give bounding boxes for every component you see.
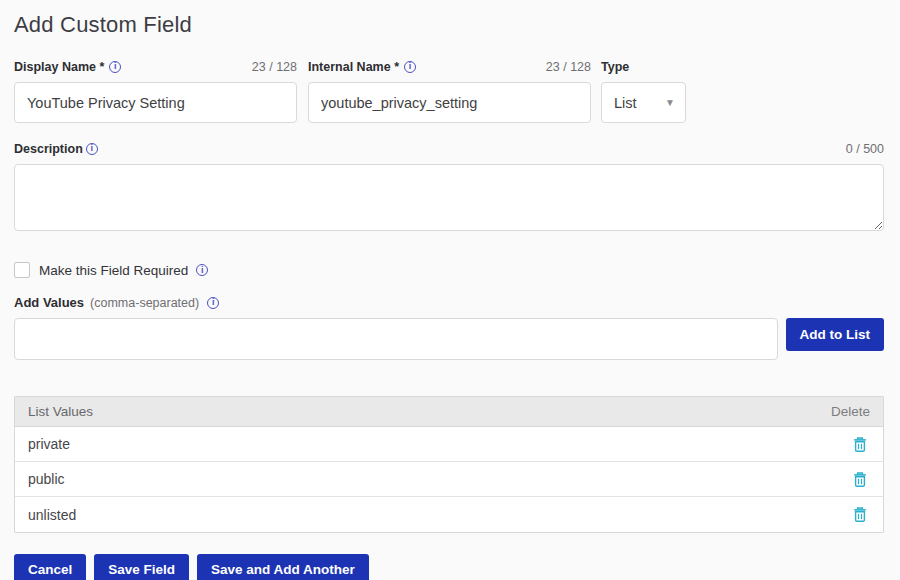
footer-actions: Cancel Save Field Save and Add Another	[14, 554, 884, 580]
list-values-body: private public unlisted	[15, 427, 883, 532]
internal-name-input[interactable]	[308, 82, 591, 123]
display-name-input[interactable]	[14, 82, 297, 123]
internal-name-field-group: Internal Name * i 23 / 128	[308, 59, 591, 123]
delete-row-button[interactable]	[850, 435, 870, 454]
delete-row-button[interactable]	[850, 505, 870, 524]
description-label: Description i	[14, 142, 98, 156]
chevron-down-icon: ▼	[665, 98, 675, 108]
trash-icon	[853, 507, 867, 522]
display-name-label: Display Name * i	[14, 60, 121, 74]
add-to-list-button[interactable]: Add to List	[786, 318, 885, 351]
type-label: Type	[601, 60, 629, 74]
list-values-header: List Values Delete	[15, 397, 883, 427]
required-checkbox[interactable]	[14, 262, 30, 278]
list-value-text: private	[28, 436, 70, 452]
required-checkbox-label: Make this Field Required i	[39, 263, 208, 278]
add-values-row: Add to List	[14, 318, 884, 360]
display-name-field-group: Display Name * i 23 / 128	[14, 59, 297, 123]
delete-row-button[interactable]	[850, 470, 870, 489]
list-values-table: List Values Delete private public	[14, 396, 884, 533]
info-icon[interactable]: i	[404, 61, 416, 73]
internal-name-counter: 23 / 128	[546, 60, 591, 74]
add-values-input[interactable]	[14, 318, 778, 360]
info-icon[interactable]: i	[109, 61, 121, 73]
type-select-value: List	[614, 95, 637, 111]
table-row: unlisted	[15, 497, 883, 532]
delete-header-label: Delete	[831, 404, 870, 419]
add-values-hint: (comma-separated)	[90, 296, 199, 310]
save-field-button[interactable]: Save Field	[94, 554, 189, 580]
list-values-header-label: List Values	[28, 404, 93, 419]
info-icon[interactable]: i	[196, 264, 208, 276]
type-select[interactable]: List ▼	[601, 82, 686, 123]
description-counter: 0 / 500	[846, 142, 884, 156]
info-icon[interactable]: i	[86, 143, 98, 155]
display-name-counter: 23 / 128	[252, 60, 297, 74]
add-custom-field-form: Add Custom Field Display Name * i 23 / 1…	[0, 0, 900, 580]
table-row: public	[15, 462, 883, 497]
cancel-button[interactable]: Cancel	[14, 554, 86, 580]
trash-icon	[853, 437, 867, 452]
list-value-text: public	[28, 471, 65, 487]
required-field-row: Make this Field Required i	[14, 262, 884, 278]
list-value-text: unlisted	[28, 507, 76, 523]
description-textarea[interactable]	[14, 164, 884, 231]
add-values-label-row: Add Values (comma-separated) i	[14, 295, 884, 310]
info-icon[interactable]: i	[207, 297, 219, 309]
description-field-group: Description i 0 / 500	[14, 141, 884, 235]
trash-icon	[853, 472, 867, 487]
save-and-add-another-button[interactable]: Save and Add Another	[197, 554, 369, 580]
page-title: Add Custom Field	[14, 12, 884, 38]
type-field-group: Type List ▼	[601, 59, 686, 123]
table-row: private	[15, 427, 883, 462]
internal-name-label: Internal Name * i	[308, 60, 416, 74]
add-values-label: Add Values	[14, 295, 84, 310]
name-type-row: Display Name * i 23 / 128 Internal Name …	[14, 59, 884, 123]
